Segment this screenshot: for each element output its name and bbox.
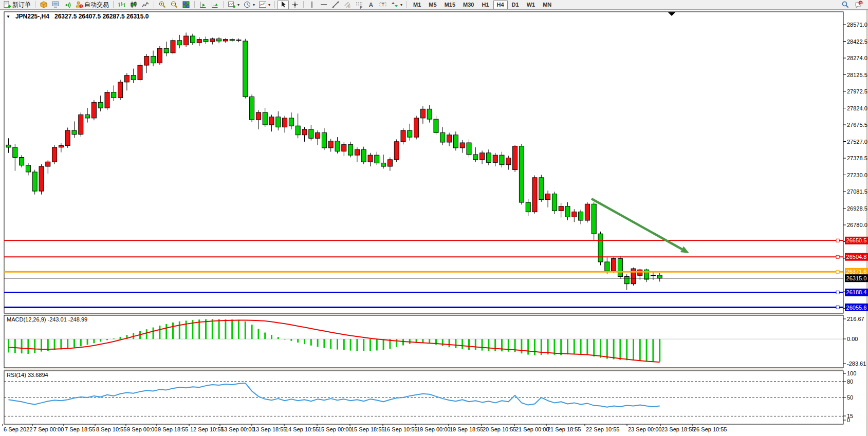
macd-bar bbox=[659, 339, 660, 362]
candle-body bbox=[72, 130, 77, 135]
candle-body bbox=[480, 153, 485, 160]
shapes-icon bbox=[391, 1, 399, 9]
candle-body bbox=[598, 234, 603, 262]
timeframe-H1[interactable]: H1 bbox=[478, 1, 492, 9]
svg-text:A: A bbox=[369, 2, 374, 9]
panel-separator[interactable] bbox=[4, 368, 843, 370]
time-axis[interactable] bbox=[4, 424, 843, 435]
crosshair-button[interactable] bbox=[289, 1, 301, 9]
search-button[interactable] bbox=[840, 1, 851, 9]
macd-bar bbox=[376, 339, 378, 350]
timeframe-M5[interactable]: M5 bbox=[425, 1, 440, 9]
macd-bar bbox=[461, 339, 463, 349]
timeframe-M1[interactable]: M1 bbox=[410, 1, 424, 9]
macd-bar bbox=[574, 339, 575, 354]
macd-bar bbox=[396, 339, 397, 347]
line-handle[interactable] bbox=[836, 255, 839, 258]
macd-bar bbox=[442, 339, 444, 346]
vline-button[interactable] bbox=[306, 1, 318, 9]
macd-bar bbox=[205, 319, 207, 339]
new-chart-button[interactable]: ▾ bbox=[226, 1, 241, 9]
macd-bar bbox=[34, 339, 35, 353]
bars-chart-button[interactable] bbox=[116, 1, 127, 9]
timeframe-H4[interactable]: H4 bbox=[493, 1, 508, 9]
cursor-button[interactable] bbox=[278, 1, 289, 9]
macd-bar bbox=[337, 339, 338, 349]
candle-body bbox=[98, 102, 103, 108]
candle-body bbox=[539, 178, 544, 200]
macd-bar bbox=[613, 339, 615, 359]
candle-body bbox=[105, 92, 109, 108]
toolbar-separator bbox=[35, 1, 35, 8]
new-order-button[interactable]: 新订单 bbox=[2, 1, 32, 9]
candle-body bbox=[552, 194, 557, 211]
macd-bar bbox=[488, 339, 489, 351]
auto-scroll-button[interactable] bbox=[197, 1, 209, 9]
macd-bar bbox=[54, 339, 56, 350]
timeframe-W1[interactable]: W1 bbox=[523, 1, 539, 9]
chart-canvas[interactable]: 28571.028422.528274.028125.527972.527824… bbox=[0, 0, 868, 436]
candles-chart-button[interactable] bbox=[128, 1, 139, 9]
macd-bar bbox=[172, 323, 174, 339]
macd-bar bbox=[593, 339, 595, 356]
macd-bar bbox=[284, 339, 286, 339]
periods-button[interactable]: ▾ bbox=[242, 1, 256, 9]
macd-bar bbox=[218, 319, 220, 339]
candle-body bbox=[506, 158, 511, 165]
zoom-in-button[interactable] bbox=[157, 1, 168, 9]
candle-body bbox=[177, 41, 182, 45]
macd-bar bbox=[73, 339, 75, 348]
hline-button[interactable] bbox=[318, 1, 329, 9]
timeframe-MN[interactable]: MN bbox=[539, 1, 555, 9]
search-icon bbox=[841, 1, 849, 9]
line-handle[interactable] bbox=[836, 291, 839, 294]
macd-bar bbox=[251, 325, 253, 339]
candle-body bbox=[460, 143, 465, 148]
templates-button[interactable]: ▾ bbox=[257, 1, 272, 9]
macd-bar bbox=[633, 339, 634, 361]
timeframe-D1[interactable]: D1 bbox=[508, 1, 523, 9]
macd-bar bbox=[264, 333, 266, 339]
shapes-button[interactable]: ▾ bbox=[389, 1, 404, 9]
candle-body bbox=[6, 145, 11, 147]
autotrade-button[interactable]: 自动交易 bbox=[73, 1, 110, 9]
price-axis[interactable] bbox=[843, 12, 868, 424]
tile-windows-button[interactable] bbox=[180, 1, 192, 9]
fibonacci-button[interactable]: F bbox=[354, 1, 365, 9]
macd-bar bbox=[87, 339, 88, 345]
line-handle[interactable] bbox=[836, 270, 839, 273]
zoom-out-button[interactable] bbox=[169, 1, 180, 9]
label-button[interactable]: T bbox=[377, 1, 389, 9]
chart-shift-button[interactable] bbox=[209, 1, 220, 9]
macd-bar bbox=[402, 339, 404, 345]
candle-body bbox=[20, 157, 24, 165]
macd-bar bbox=[120, 337, 121, 339]
timeframe-M30[interactable]: M30 bbox=[459, 1, 477, 9]
macd-panel[interactable] bbox=[4, 315, 843, 368]
crosshair-icon bbox=[291, 1, 299, 9]
trendline-button[interactable] bbox=[330, 1, 341, 9]
line-chart-icon bbox=[141, 1, 150, 9]
candle-body bbox=[296, 126, 300, 135]
candle-body bbox=[546, 194, 550, 200]
macd-bar bbox=[383, 339, 384, 350]
chat-button[interactable]: 1 bbox=[853, 1, 864, 9]
main-chart-panel[interactable] bbox=[4, 12, 843, 313]
line-chart-button[interactable] bbox=[140, 1, 151, 9]
panel-separator[interactable] bbox=[4, 314, 843, 315]
timeframe-M15[interactable]: M15 bbox=[441, 1, 459, 9]
macd-bar bbox=[165, 324, 167, 339]
candle-body bbox=[217, 39, 221, 41]
channel-button[interactable]: E bbox=[342, 1, 353, 9]
market-cube-button[interactable] bbox=[38, 1, 49, 9]
market-depth-button[interactable] bbox=[50, 1, 61, 9]
signals-button[interactable] bbox=[62, 1, 73, 9]
line-handle[interactable] bbox=[836, 239, 839, 242]
text-button[interactable]: A bbox=[365, 1, 377, 9]
candle-body bbox=[138, 65, 142, 80]
line-handle[interactable] bbox=[836, 306, 839, 309]
candle-body bbox=[342, 144, 346, 151]
macd-bar bbox=[521, 339, 522, 353]
macd-bar bbox=[8, 339, 9, 352]
candle-body bbox=[144, 56, 149, 65]
